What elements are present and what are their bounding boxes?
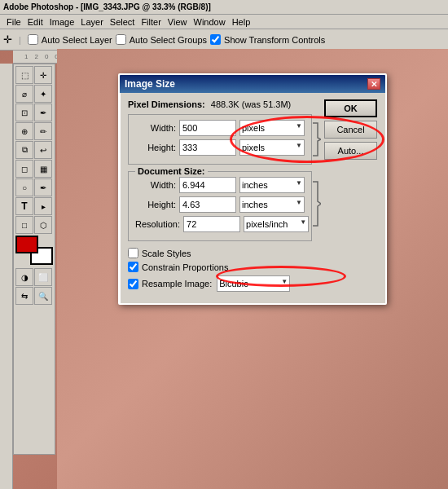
pixel-width-input[interactable]	[179, 120, 236, 136]
tool-gradient[interactable]: ▦	[34, 160, 52, 178]
resample-image-label: Resample Image:	[142, 279, 212, 289]
link-bracket-icon	[311, 121, 321, 157]
scale-styles-row: Scale Styles	[128, 248, 312, 258]
tool-lasso[interactable]: ⌀	[15, 85, 33, 103]
foreground-color[interactable]	[15, 236, 38, 253]
resolution-input[interactable]	[183, 216, 240, 232]
auto-button[interactable]: Auto...	[324, 142, 377, 160]
menu-filter[interactable]: Filter	[138, 17, 164, 27]
dialog-close-button[interactable]: ✕	[367, 78, 380, 90]
doc-height-label: Height:	[135, 200, 176, 209]
tool-screenmode[interactable]: ⬜	[34, 268, 52, 286]
pixel-height-input[interactable]	[179, 139, 236, 156]
color-swatches[interactable]	[15, 236, 53, 265]
resample-method-wrapper: Bicubic Bilinear Nearest Neighbor	[217, 275, 290, 292]
menu-help[interactable]: Help	[229, 17, 254, 27]
menu-image[interactable]: Image	[46, 17, 78, 27]
doc-link-bracket-icon	[311, 180, 321, 227]
options-toolbar: ✛ | Auto Select Layer Auto Select Groups…	[0, 29, 448, 51]
ok-button[interactable]: OK	[324, 99, 377, 117]
doc-width-input[interactable]	[179, 177, 236, 193]
tool-marquee[interactable]: ⬚	[15, 66, 33, 84]
toolbox: ⬚ ✛ ⌀ ✦ ⊡ ✒ ⊕ ✏ ⧉ ↩ ◻ ▦ ○ ✒ T ▸ □ ⬡ ◑ ⬜ …	[13, 64, 55, 455]
pixel-width-row: Width: pixels percent	[135, 120, 305, 136]
tool-history-brush[interactable]: ↩	[34, 141, 52, 159]
doc-height-input[interactable]	[179, 196, 236, 213]
menu-edit[interactable]: Edit	[24, 17, 46, 27]
move-tool-icon[interactable]: ✛	[3, 33, 12, 46]
doc-height-row: Height: inches cm mm	[135, 196, 305, 213]
pixel-height-label: Height:	[135, 143, 176, 152]
constrain-proportions-row: Constrain Proportions	[128, 262, 312, 272]
image-size-dialog-container: Image Size ✕ OK Cancel Auto... Pixel Dim…	[118, 73, 387, 305]
doc-link-bracket	[311, 180, 321, 227]
resample-image-row: Resample Image: Bicubic Bilinear Nearest…	[128, 275, 312, 292]
pixel-height-row: Height: pixels percent	[135, 139, 305, 156]
auto-select-groups-checkbox[interactable]	[116, 34, 126, 45]
dialog-buttons: OK Cancel Auto...	[324, 99, 377, 160]
doc-width-label: Width:	[135, 180, 176, 190]
menubar: Adobe Photoshop - [IMG_3343.JPG @ 33.3% …	[0, 0, 448, 15]
checkboxes-section: Scale Styles Constrain Proportions Resam…	[128, 248, 312, 292]
doc-width-row: Width: inches cm mm	[135, 177, 305, 193]
ruler-vertical	[0, 64, 13, 489]
menu-layer[interactable]: Layer	[77, 17, 107, 27]
tool-quickmask[interactable]: ◑	[15, 268, 33, 286]
tool-dodge[interactable]: ○	[15, 178, 33, 196]
menu-select[interactable]: Select	[107, 17, 138, 27]
tool-extra2[interactable]: 🔍	[34, 287, 52, 305]
tool-eyedropper[interactable]: ✒	[34, 104, 52, 121]
menu-file[interactable]: File	[3, 17, 24, 27]
pixel-width-label: Width:	[135, 123, 176, 133]
cancel-button[interactable]: Cancel	[324, 121, 377, 139]
resolution-unit-select[interactable]: pixels/inch pixels/cm	[244, 216, 309, 232]
dialog-body: OK Cancel Auto... Pixel Dimensions: 488.…	[120, 93, 385, 303]
image-size-dialog: Image Size ✕ OK Cancel Auto... Pixel Dim…	[118, 73, 387, 305]
tool-path-select[interactable]: ▸	[34, 197, 52, 215]
dialog-title-label: Image Size	[125, 78, 175, 90]
doc-height-unit-wrapper: inches cm mm	[239, 196, 305, 213]
ps-menubar-row: File Edit Image Layer Select Filter View…	[0, 15, 448, 29]
auto-select-groups-label: Auto Select Groups	[130, 35, 207, 45]
tool-brush[interactable]: ✏	[34, 122, 52, 140]
tool-healing[interactable]: ⊕	[15, 122, 33, 140]
show-transform-controls-label: Show Transform Controls	[224, 35, 325, 45]
scale-styles-checkbox[interactable]	[128, 248, 138, 258]
tool-clone[interactable]: ⧉	[15, 141, 33, 159]
tool-eraser[interactable]: ◻	[15, 160, 33, 178]
constrain-proportions-label: Constrain Proportions	[142, 262, 228, 272]
app-title: Adobe Photoshop - [IMG_3343.JPG @ 33.3% …	[3, 2, 211, 11]
constrain-proportions-checkbox[interactable]	[128, 262, 138, 272]
tool-extra1[interactable]: ⇆	[15, 287, 33, 305]
menu-window[interactable]: Window	[191, 17, 229, 27]
resample-image-checkbox[interactable]	[128, 279, 138, 289]
auto-select-layer-checkbox[interactable]	[28, 34, 38, 45]
tool-crop[interactable]: ⊡	[15, 104, 33, 121]
dialog-titlebar: Image Size ✕	[120, 75, 385, 93]
tool-3d[interactable]: ⬡	[34, 216, 52, 234]
resolution-row: Resolution: pixels/inch pixels/cm	[135, 216, 305, 232]
doc-height-unit-select[interactable]: inches cm mm	[239, 196, 305, 213]
link-bracket	[311, 121, 321, 157]
pixel-height-unit-wrapper: pixels percent	[239, 139, 305, 156]
doc-width-unit-wrapper: inches cm mm	[239, 177, 305, 193]
resolution-label: Resolution:	[135, 219, 180, 229]
auto-select-layer-label: Auto Select Layer	[42, 35, 112, 45]
tool-magic-wand[interactable]: ✦	[34, 85, 52, 103]
pixel-height-unit-select[interactable]: pixels percent	[239, 139, 305, 156]
tool-type[interactable]: T	[15, 197, 33, 215]
pixel-dims-group: Width: pixels percent Height:	[128, 114, 312, 165]
tool-shape[interactable]: □	[15, 216, 33, 234]
doc-width-unit-select[interactable]: inches cm mm	[239, 177, 305, 193]
resolution-unit-wrapper: pixels/inch pixels/cm	[244, 216, 309, 232]
show-transform-controls-checkbox[interactable]	[210, 34, 221, 45]
doc-size-label: Document Size:	[135, 166, 208, 176]
doc-size-group: Document Size: Width: inches cm mm	[128, 171, 312, 241]
tool-move[interactable]: ✛	[34, 66, 52, 84]
dialog-overlay: Image Size ✕ OK Cancel Auto... Pixel Dim…	[57, 49, 448, 489]
pixel-width-unit-wrapper: pixels percent	[239, 120, 305, 136]
tool-pen[interactable]: ✒	[34, 178, 52, 196]
pixel-width-unit-select[interactable]: pixels percent	[239, 120, 305, 136]
menu-view[interactable]: View	[165, 17, 191, 27]
resample-method-select[interactable]: Bicubic Bilinear Nearest Neighbor	[217, 275, 290, 292]
